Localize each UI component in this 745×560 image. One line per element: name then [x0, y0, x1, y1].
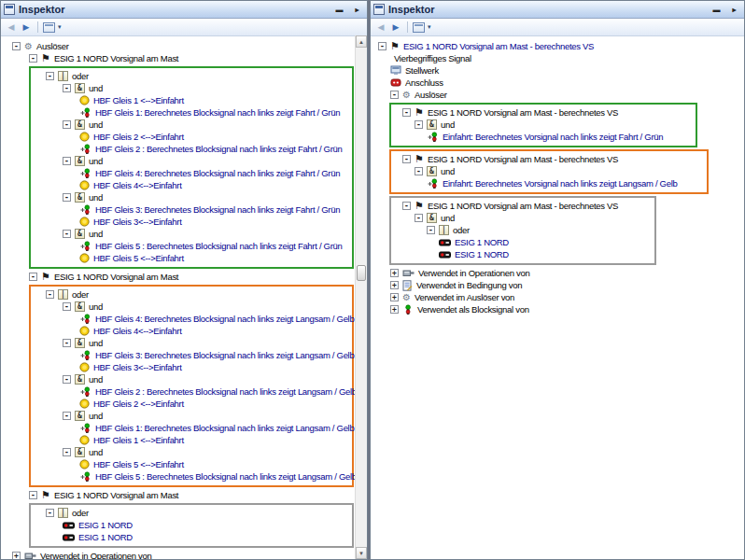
- view-options-icon[interactable]: [413, 22, 425, 33]
- tree-item[interactable]: -⚑ESIG 1 NORD Vorsignal am Mast: [1, 271, 367, 283]
- tree-item[interactable]: -&und: [31, 155, 352, 167]
- tree-item[interactable]: -|oder: [31, 507, 352, 519]
- scroll-down-button[interactable]: ▼: [356, 547, 367, 559]
- tree-item[interactable]: HBF Gleis 4: Berechnetes Blocksignal nac…: [31, 313, 352, 325]
- tree-item[interactable]: HBF Gleis 3: Berechnetes Blocksignal nac…: [31, 203, 352, 216]
- collapse-toggle[interactable]: -: [29, 273, 37, 281]
- tree-item[interactable]: HBF Gleis 1 <-->Einfahrt: [31, 94, 352, 106]
- tree-item[interactable]: +Verwendet in Operationen von: [1, 550, 367, 559]
- tree-item[interactable]: ESIG 1 NORD: [391, 248, 654, 260]
- tree-item[interactable]: HBF Gleis 4<-->Einfahrt: [31, 325, 352, 337]
- collapse-toggle[interactable]: -: [415, 167, 423, 175]
- expand-toggle[interactable]: +: [390, 269, 399, 277]
- tree-item[interactable]: HBF Gleis 5 : Berechnetes Blocksignal na…: [31, 240, 352, 252]
- collapse-toggle[interactable]: -: [427, 226, 435, 234]
- expand-toggle[interactable]: +: [12, 552, 21, 559]
- expand-toggle[interactable]: +: [390, 281, 399, 289]
- tree-item[interactable]: -⚑ESIG 1 NORD Vorsignal am Mast - berech…: [391, 153, 707, 165]
- panel-titlebar[interactable]: Inspektor ▬ ▸: [1, 1, 367, 19]
- tree-item[interactable]: HBF Gleis 2 : Berechnetes Blocksignal na…: [31, 143, 352, 155]
- collapse-toggle[interactable]: -: [63, 84, 71, 92]
- tree-item[interactable]: -&und: [391, 119, 696, 131]
- tree-item[interactable]: -⚑ESIG 1 NORD Vorsignal am Mast: [1, 52, 367, 64]
- collapse-toggle[interactable]: -: [63, 193, 71, 202]
- tree-item[interactable]: +Verwendet in Bedingung von: [371, 279, 744, 291]
- tree-item[interactable]: Vierbegriffiges Signal: [371, 52, 744, 64]
- tree-item[interactable]: -&und: [31, 373, 352, 385]
- tree-item[interactable]: -&und: [31, 446, 352, 458]
- collapse-toggle[interactable]: -: [390, 91, 399, 99]
- tree-item[interactable]: -&und: [31, 82, 352, 94]
- scroll-thumb[interactable]: [357, 265, 366, 281]
- tree-item[interactable]: HBF Gleis 5 : Berechnetes Blocksignal na…: [31, 470, 352, 483]
- tree-item[interactable]: HBF Gleis 1: Berechnetes Blocksignal nac…: [31, 422, 352, 434]
- tree-item[interactable]: HBF Gleis 5 <-->Einfahrt: [31, 458, 352, 470]
- tree-item[interactable]: -&und: [31, 410, 352, 422]
- tree-item[interactable]: HBF Gleis 3<-->Einfahrt: [31, 361, 352, 373]
- collapse-toggle[interactable]: -: [402, 155, 411, 163]
- tree-item[interactable]: +Verwendet als Blocksignal von: [371, 303, 744, 315]
- tree-item[interactable]: HBF Gleis 4<-->Einfahrt: [31, 179, 352, 191]
- tree-item[interactable]: -&und: [31, 337, 352, 349]
- collapse-toggle[interactable]: -: [29, 491, 37, 499]
- tree-item[interactable]: Einfahrt: Berechnetes Vorsignal nach lin…: [391, 131, 696, 143]
- tree-item[interactable]: Anschluss: [371, 77, 744, 89]
- collapse-toggle[interactable]: -: [29, 54, 37, 63]
- back-button[interactable]: ◀: [5, 21, 18, 34]
- tree-item[interactable]: Einfahrt: Berechnetes Vorsignal nach lin…: [391, 177, 707, 189]
- tree-item[interactable]: HBF Gleis 5 <-->Einfahrt: [31, 252, 352, 264]
- tree-item[interactable]: -⚑ESIG 1 NORD Vorsignal am Mast: [1, 489, 367, 501]
- dropdown-caret-icon[interactable]: ▾: [58, 23, 62, 31]
- tree-item[interactable]: Stellwerk: [371, 64, 744, 77]
- tree-item[interactable]: HBF Gleis 3: Berechnetes Blocksignal nac…: [31, 349, 352, 361]
- collapse-toggle[interactable]: -: [46, 290, 54, 299]
- tree-item[interactable]: -⚑ESIG 1 NORD Vorsignal am Mast - berech…: [391, 200, 654, 212]
- tree-item[interactable]: -&und: [391, 212, 654, 224]
- tree-item[interactable]: -⚑ESIG 1 NORD Vorsignal am Mast - berech…: [371, 40, 744, 52]
- collapse-toggle[interactable]: -: [63, 120, 71, 129]
- collapse-toggle[interactable]: -: [415, 214, 423, 222]
- tree-item[interactable]: -&und: [31, 228, 352, 240]
- tree-item[interactable]: +Verwendet in Operationen von: [371, 267, 744, 279]
- expand-button[interactable]: ▸: [727, 4, 741, 16]
- tree-item[interactable]: -&und: [31, 119, 352, 131]
- collapse-toggle[interactable]: -: [63, 339, 71, 347]
- tree-item[interactable]: -⚙Auslöser: [371, 89, 744, 101]
- tree-item[interactable]: ESIG 1 NORD: [31, 519, 352, 531]
- collapse-toggle[interactable]: -: [63, 412, 71, 420]
- back-button[interactable]: ◀: [374, 21, 387, 34]
- minimize-button[interactable]: ▬: [332, 4, 346, 16]
- collapse-toggle[interactable]: -: [63, 302, 71, 311]
- collapse-toggle[interactable]: -: [63, 230, 71, 238]
- dropdown-caret-icon[interactable]: ▾: [428, 23, 431, 31]
- tree-item[interactable]: -⚙Auslöser: [1, 40, 367, 52]
- collapse-toggle[interactable]: -: [12, 42, 21, 50]
- tree-item[interactable]: -|oder: [391, 224, 654, 236]
- vertical-scrollbar[interactable]: ▲ ▼: [355, 35, 367, 559]
- tree-item[interactable]: -|oder: [31, 288, 352, 301]
- view-options-icon[interactable]: [43, 22, 55, 33]
- tree-item[interactable]: HBF Gleis 2 : Berechnetes Blocksignal na…: [31, 385, 352, 398]
- expand-toggle[interactable]: +: [390, 293, 399, 301]
- panel-titlebar[interactable]: Inspektor ▬ ▸: [371, 1, 744, 19]
- forward-button[interactable]: ▶: [389, 21, 402, 34]
- collapse-toggle[interactable]: -: [63, 157, 71, 165]
- expand-toggle[interactable]: +: [390, 305, 399, 314]
- tree-item[interactable]: HBF Gleis 1 <-->Einfahrt: [31, 434, 352, 446]
- tree-item[interactable]: HBF Gleis 1: Berechnetes Blocksignal nac…: [31, 106, 352, 119]
- tree-item[interactable]: -&und: [31, 301, 352, 313]
- minimize-button[interactable]: ▬: [710, 4, 724, 16]
- scroll-up-button[interactable]: ▲: [356, 35, 367, 48]
- forward-button[interactable]: ▶: [20, 21, 33, 34]
- collapse-toggle[interactable]: -: [63, 375, 71, 384]
- tree-item[interactable]: ESIG 1 NORD: [391, 236, 654, 248]
- tree-item[interactable]: ESIG 1 NORD: [31, 531, 352, 543]
- tree-item[interactable]: -⚑ESIG 1 NORD Vorsignal am Mast - berech…: [391, 106, 696, 119]
- collapse-toggle[interactable]: -: [402, 202, 411, 210]
- collapse-toggle[interactable]: -: [402, 108, 411, 117]
- tree-item[interactable]: -&und: [391, 165, 707, 177]
- tree-item[interactable]: HBF Gleis 2 <-->Einfahrt: [31, 131, 352, 143]
- collapse-toggle[interactable]: -: [46, 509, 54, 517]
- collapse-toggle[interactable]: -: [378, 42, 387, 50]
- tree-item[interactable]: HBF Gleis 3<-->Einfahrt: [31, 216, 352, 228]
